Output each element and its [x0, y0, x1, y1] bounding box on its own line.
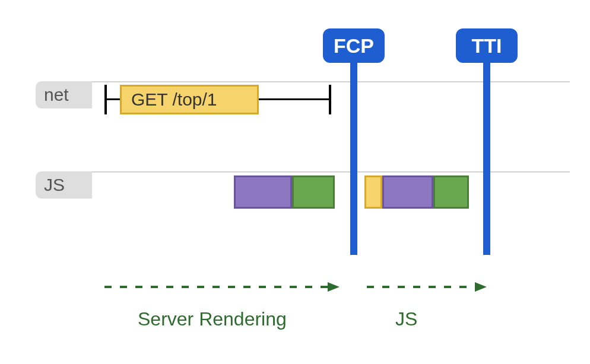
svg-marker-3 — [475, 282, 487, 292]
net-whisker-right — [329, 85, 331, 114]
net-request-label: GET /top/1 — [131, 90, 217, 110]
row-label-net-text: net — [44, 85, 69, 105]
js-track-line — [92, 171, 570, 173]
tti-marker-line — [483, 62, 490, 255]
fcp-marker-line — [350, 62, 357, 255]
net-track-line — [92, 81, 570, 82]
row-label-net: net — [36, 81, 92, 108]
js-block-2-green — [292, 175, 335, 209]
fcp-marker-pill: FCP — [323, 28, 385, 63]
js-block-1-purple — [234, 175, 292, 209]
tti-marker-pill: TTI — [456, 28, 518, 63]
net-whisker-connector-left — [106, 98, 120, 100]
net-whisker-connector-right — [259, 98, 329, 100]
fcp-label: FCP — [334, 34, 374, 58]
phase-caption-js: JS — [395, 308, 417, 330]
phase-arrow-server — [104, 282, 342, 294]
row-label-js-text: JS — [44, 175, 65, 195]
js-block-5-green — [433, 175, 469, 209]
timing-diagram: net JS GET /top/1 FCP TTI Server Renderi… — [0, 0, 590, 364]
row-label-js: JS — [36, 171, 92, 199]
tti-label: TTI — [472, 34, 502, 58]
phase-arrow-js — [367, 282, 489, 294]
svg-marker-1 — [328, 282, 340, 292]
phase-caption-server: Server Rendering — [138, 308, 287, 330]
js-block-4-purple — [382, 175, 433, 209]
js-block-3-yellow — [364, 175, 382, 209]
net-request-box: GET /top/1 — [120, 85, 259, 114]
